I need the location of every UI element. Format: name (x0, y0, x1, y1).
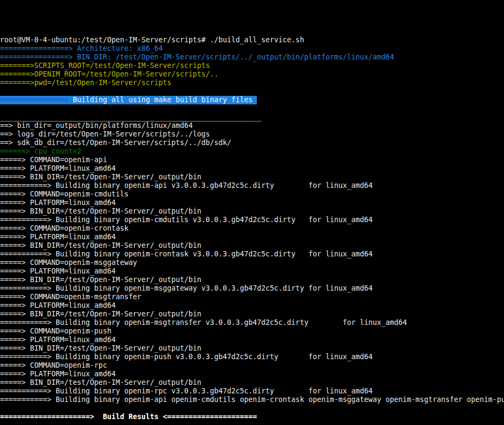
terminal-text-segment: ===========> Building binary openim-api … (0, 396, 504, 404)
terminal-line: ===========> Building binary openim-msgg… (0, 284, 504, 293)
terminal-text-segment: ===========> Building binary openim-push… (0, 353, 372, 361)
terminal-line: =====> BIN_DIR=/test/Open-IM-Server/_out… (0, 276, 504, 284)
terminal-text-segment: =====> COMMAND=openim-msgtransfer (0, 293, 141, 301)
terminal-text-segment: =====> BIN_DIR=/test/Open-IM-Server/_out… (0, 241, 201, 249)
highlight-background: ===============> Building all using make… (0, 96, 257, 104)
terminal-line: =====> PLATFORM=linux_amd64 (0, 301, 504, 310)
terminal-line: =====> BIN_DIR=/test/Open-IM-Server/_out… (0, 310, 504, 318)
terminal-text-segment: =====> PLATFORM=linux_amd64 (0, 336, 116, 344)
terminal-text-segment: =====> PLATFORM=linux_amd64 (0, 301, 116, 309)
terminal-line: =====> PLATFORM=linux_amd64 (0, 199, 504, 207)
terminal-text-segment: ________________________________________… (0, 113, 261, 121)
terminal-line: ======> cpu_count=2 (0, 147, 504, 156)
prompt-line: root@VM-0-4-ubuntu:/test/Open-IM-Server/… (0, 36, 504, 44)
terminal-line: =======>pwd=/test/Open-IM-Server/scripts (0, 79, 504, 87)
terminal-text-segment: =====> COMMAND=openim-crontask (0, 224, 128, 232)
terminal-line: =====> COMMAND=openim-rpc (0, 361, 504, 370)
terminal-line: =====> PLATFORM=linux_amd64 (0, 267, 504, 276)
terminal-text-segment: =======>pwd=/test/Open-IM-Server/scripts (0, 79, 171, 87)
terminal-line: ==> bin_dir=_output/bin/platforms/linux/… (0, 122, 504, 130)
terminal-text-segment: =====> PLATFORM=linux_amd64 (0, 199, 116, 207)
terminal-text-segment: =====> BIN_DIR=/test/Open-IM-Server/_out… (0, 207, 201, 215)
terminal-text-segment: =====> PLATFORM=linux_amd64 (0, 267, 116, 275)
terminal-text-segment: ==> sdk_db_dir=/test/Open-IM-Server/scri… (0, 139, 231, 147)
terminal-text-segment: =====> PLATFORM=linux_amd64 (0, 164, 116, 172)
terminal-text-segment: =====> COMMAND=openim-rpc (0, 361, 107, 369)
terminal-text-segment: =====> COMMAND=openim-cmdutils (0, 190, 128, 198)
terminal-text-segment: =====> BIN_DIR=/test/Open-IM-Server/_out… (0, 378, 201, 386)
terminal-text-segment: ================> BIN_DIR: /test/Open-IM… (0, 53, 394, 61)
terminal-text-segment: ==> logs_dir=/test/Open-IM-Server/script… (0, 130, 210, 138)
terminal-line: ===========> Building binary openim-push… (0, 353, 504, 361)
highlighted-line: ===============> Building all using make… (0, 96, 504, 104)
terminal-line: =====> COMMAND=openim-crontask (0, 224, 504, 233)
terminal-text-segment: ===========> Building binary openim-rpc … (0, 387, 372, 395)
terminal-line (0, 404, 504, 413)
terminal-text-segment: ===========> Building binary openim-api … (0, 181, 372, 189)
terminal-line: ===========> Building binary openim-cron… (0, 250, 504, 259)
terminal-line: ===========> Building binary openim-api … (0, 396, 504, 404)
terminal-text-segment: =====> PLATFORM=linux_amd64 (0, 370, 116, 378)
terminal-text-segment: ================> Architecture: x86_64 (0, 44, 163, 52)
terminal-line (0, 104, 504, 113)
terminal-line: =====> PLATFORM=linux_amd64 (0, 164, 504, 173)
clipped-previous-line: __ __ __ _. ._ _. ._ _. ._ _. ._ _. ._ _… (0, 17, 504, 19)
terminal-line: =====> PLATFORM=linux_amd64 (0, 370, 504, 378)
terminal-line (0, 87, 504, 96)
terminal-line: =====> BIN_DIR=/test/Open-IM-Server/_out… (0, 241, 504, 250)
terminal-line: ===========> Building binary openim-cmdu… (0, 216, 504, 224)
terminal-line: =====> COMMAND=openim-msgtransfer (0, 293, 504, 301)
terminal-line: =====> COMMAND=openim-push (0, 327, 504, 336)
terminal-line: =====> BIN_DIR=/test/Open-IM-Server/_out… (0, 344, 504, 353)
terminal-text-segment: ===========> Building binary openim-msgg… (0, 284, 372, 292)
terminal-line: =====> COMMAND=openim-cmdutils (0, 190, 504, 199)
terminal-line: =====> BIN_DIR=/test/Open-IM-Server/_out… (0, 173, 504, 181)
terminal-line: ===========> Building binary openim-msgt… (0, 318, 504, 327)
terminal-line (0, 421, 504, 425)
terminal-text-segment: ===========> Building binary openim-cron… (0, 250, 372, 258)
terminal-line: =====> COMMAND=openim-api (0, 156, 504, 164)
terminal-line: ===========> Building binary openim-rpc … (0, 387, 504, 396)
terminal-text-segment: =====> BIN_DIR=/test/Open-IM-Server/_out… (0, 310, 201, 318)
terminal-text-segment: =====> COMMAND=openim-push (0, 327, 111, 335)
terminal-line: =====> BIN_DIR=/test/Open-IM-Server/_out… (0, 207, 504, 216)
terminal-line: ==> logs_dir=/test/Open-IM-Server/script… (0, 130, 504, 139)
terminal-line: =======>OPENIM_ROOT=/test/Open-IM-Server… (0, 70, 504, 79)
terminal-line: =====> PLATFORM=linux_amd64 (0, 233, 504, 241)
terminal-text-segment: ==> bin_dir=_output/bin/platforms/linux/… (0, 122, 193, 130)
terminal-text-segment: =======>OPENIM_ROOT=/test/Open-IM-Server… (0, 70, 218, 78)
terminal-text-segment: =====================> Build Results <==… (0, 413, 257, 421)
terminal-text-segment: =====> BIN_DIR=/test/Open-IM-Server/_out… (0, 344, 201, 352)
terminal-text-segment: =====> COMMAND=openim-api (0, 156, 107, 164)
terminal-line: =====> PLATFORM=linux_amd64 (0, 336, 504, 344)
terminal-line: =====> BIN_DIR=/test/Open-IM-Server/_out… (0, 378, 504, 387)
terminal-window[interactable]: __ __ __ _. ._ _. ._ _. ._ _. ._ _. ._ _… (0, 0, 504, 425)
terminal-line: ===========> Building binary openim-api … (0, 181, 504, 190)
terminal-output: root@VM-0-4-ubuntu:/test/Open-IM-Server/… (0, 36, 504, 425)
terminal-text-segment: =======>SCRIPTS_ROOT=/test/Open-IM-Serve… (0, 62, 210, 70)
terminal-line: ================> Architecture: x86_64 (0, 44, 504, 53)
build-results-header: =====================> Build Results <==… (0, 413, 504, 421)
terminal-text-segment: Building all using make build binary fil… (73, 96, 257, 104)
terminal-text-segment: ===============> (0, 96, 73, 104)
terminal-text-segment: =====> BIN_DIR=/test/Open-IM-Server/_out… (0, 276, 201, 284)
terminal-line: ================> BIN_DIR: /test/Open-IM… (0, 53, 504, 62)
terminal-text-segment: ===========> Building binary openim-msgt… (0, 318, 407, 327)
terminal-text-segment: ===========> Building binary openim-cmdu… (0, 216, 372, 224)
terminal-line: =======>SCRIPTS_ROOT=/test/Open-IM-Serve… (0, 62, 504, 70)
terminal-text-segment: =====> BIN_DIR=/test/Open-IM-Server/_out… (0, 173, 201, 181)
terminal-line: =====> COMMAND=openim-msggateway (0, 259, 504, 267)
terminal-line: ==> sdk_db_dir=/test/Open-IM-Server/scri… (0, 139, 504, 147)
terminal-text-segment: =====> PLATFORM=linux_amd64 (0, 233, 116, 241)
terminal-text-segment: root@VM-0-4-ubuntu:/test/Open-IM-Server/… (0, 36, 304, 44)
terminal-line: ________________________________________… (0, 113, 504, 122)
terminal-text-segment: ======> cpu_count=2 (0, 147, 81, 155)
terminal-text-segment: =====> COMMAND=openim-msggateway (0, 259, 137, 267)
